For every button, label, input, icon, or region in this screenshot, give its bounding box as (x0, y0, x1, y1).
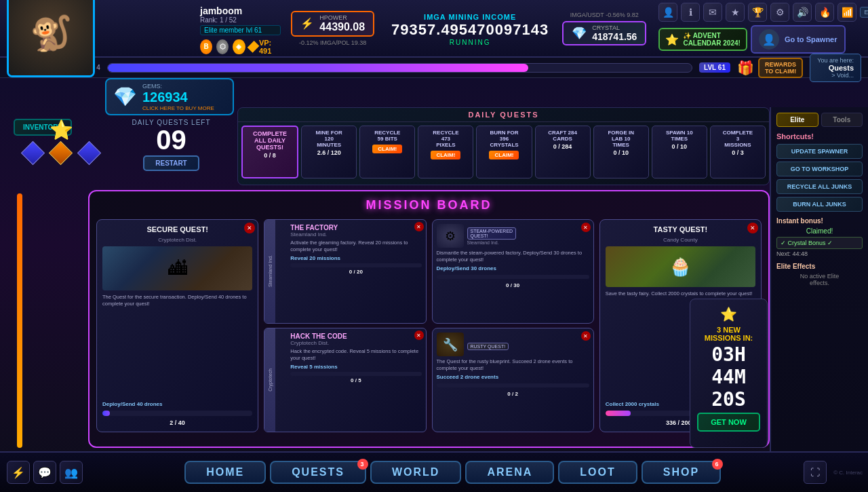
tasty-progress-fill (606, 411, 631, 416)
quest-card-craft[interactable]: CRAFT 284CARDS 0 / 284 (535, 126, 591, 178)
go-to-workshop-button[interactable]: GO TO WORKSHOP (776, 162, 863, 176)
gem-icon: 💎 (113, 86, 137, 108)
hack-title: HACK THE CODE (290, 333, 421, 340)
quest-card-spawn[interactable]: SPAWN 10TIMES 0 / 10 (652, 126, 707, 178)
recycle-all-junks-button[interactable]: RECYCLE ALL JUNKS (776, 179, 863, 194)
top-icon-row: 👤 ℹ ✉ ★ 🏆 ⚙ 🔊 🔥 📶 EN (658, 3, 868, 22)
recycle-pixels-claim-button[interactable]: CLAIM! (431, 151, 460, 159)
rusty-close[interactable]: ✕ (581, 331, 591, 341)
mining-value: 79357.495470097143 (391, 21, 549, 39)
hack-progress-bar (290, 372, 421, 376)
tasty-image: 🧁 (606, 246, 755, 287)
quest-cards-container: COMPLETEALL DAILYQUESTS! 0 / 8 MINE FOR1… (238, 122, 769, 182)
factory-desc: Activate the gleaming factory. Reveal 20… (290, 240, 421, 253)
recycle-bits-claim-button[interactable]: CLAIM! (372, 145, 402, 153)
quests-nav-button[interactable]: QUESTS 3 (270, 461, 366, 484)
hpower-label: HPOWER (319, 14, 365, 21)
avatar-area: 🐒 (0, 0, 105, 57)
hpower-box: ⚡ HPOWER 44390.08 (291, 11, 374, 37)
rusty-progress-bar (437, 383, 589, 387)
quest-card-complete-all[interactable]: COMPLETEALL DAILYQUESTS! 0 / 8 (241, 126, 298, 178)
gems-info: GEMS: 126934 CLICK HERE TO BUY MORE (142, 83, 214, 111)
tab-tools[interactable]: Tools (821, 113, 863, 127)
get-now-button[interactable]: GET NOW (697, 413, 760, 432)
gems-value: 126934 (142, 90, 214, 105)
settings-icon[interactable]: ⚙ (770, 3, 789, 22)
info-icon[interactable]: ℹ (681, 3, 700, 22)
player-name: jamboom (200, 5, 281, 16)
language-selector[interactable]: EN (860, 7, 868, 18)
tasty-close[interactable]: ✕ (747, 223, 758, 233)
hack-faction-strip: Cryptotech (264, 328, 275, 432)
lightning-bottom-icon[interactable]: ⚡ (7, 461, 30, 484)
people-icon[interactable]: 👥 (60, 461, 83, 484)
arena-nav-button[interactable]: ARENA (465, 461, 554, 484)
steam-close[interactable]: ✕ (581, 223, 591, 232)
quest-card-mine[interactable]: MINE FOR120MINUTES 2.6 / 120 (301, 126, 357, 178)
quest-card-recycle-bits[interactable]: RECYCLE59 BITS CLAIM! (359, 126, 415, 178)
hpower-value: 44390.08 (319, 21, 365, 33)
quest-recycle-pixels-title: RECYCLE473PIXELS (433, 130, 458, 148)
player-member: Elite member lvl 61 (200, 25, 281, 35)
vp-value: VP: 491 (259, 39, 281, 55)
secure-quest-card: ✕ SECURE QUEST! Cryptotech Dist. 🏙 The Q… (96, 219, 258, 432)
mining-section: IMGA MINING INCOME 79357.495470097143 RU… (391, 13, 549, 46)
advent-calendar-button[interactable]: ⭐ ✨ ADVENTCALENDAR 2024! (658, 28, 747, 51)
home-nav-button[interactable]: HOME (184, 461, 266, 484)
secure-quest-close[interactable]: ✕ (244, 223, 255, 233)
spawner-label: Go to Spawner (785, 35, 837, 43)
loot-nav-button[interactable]: LOOT (558, 461, 637, 484)
burn-claim-button[interactable]: CLAIM! (489, 151, 519, 159)
world-nav-button[interactable]: WORLD (370, 461, 461, 484)
daily-quests-panel: DAILY QUESTS COMPLETEALL DAILYQUESTS! 0 … (237, 107, 770, 185)
gems-buy-button[interactable]: CLICK HERE TO BUY MORE (142, 105, 214, 111)
instant-bonus-label: Instant bonus! (776, 217, 863, 225)
quest-card-burn[interactable]: BURN FOR396CRYSTALS CLAIM! (476, 126, 532, 178)
signal-icon[interactable]: 📶 (837, 3, 856, 22)
bottom-left-icons: ⚡ 💬 👥 (0, 461, 102, 484)
star-calendar-icon: ⭐ (665, 33, 679, 46)
factory-close[interactable]: ✕ (414, 222, 424, 231)
diamond-icon-1 (21, 141, 45, 165)
factory-progress-nums: 0 / 20 (290, 269, 421, 275)
timer-star-icon: ⭐ (720, 306, 737, 322)
burn-all-junks-button[interactable]: BURN ALL JUNKS (776, 197, 863, 212)
hack-close[interactable]: ✕ (414, 330, 424, 340)
star-icon[interactable]: ★ (726, 3, 745, 22)
go-to-spawner-button[interactable]: 👤 Go to Spawner (751, 25, 846, 54)
quest-forge-progress: 0 / 10 (613, 149, 629, 156)
quest-card-recycle-pixels[interactable]: RECYCLE473PIXELS CLAIM! (418, 126, 473, 178)
chat-icon[interactable]: 💬 (33, 461, 56, 484)
steam-header: ⚙ STEAM-POWEREDQUEST! Steamland Ind. (437, 224, 589, 248)
bonus-claimed: Claimed! (776, 227, 863, 235)
steam-info: STEAM-POWEREDQUEST! Steamland Ind. (467, 227, 517, 245)
hack-strip-label: Cryptotech (268, 368, 273, 392)
rewards-button[interactable]: REWARDSTO CLAIM! (758, 58, 803, 78)
gems-section: 💎 GEMS: 126934 CLICK HERE TO BUY MORE (105, 78, 234, 115)
person-icon[interactable]: 👤 (658, 3, 677, 22)
rusty-action: Succeed 2 drone events (437, 374, 589, 380)
quest-card-forge[interactable]: FORGE INLAB 10TIMES 0 / 10 (593, 126, 649, 178)
top-bar: 🐒 jamboom Rank: 1 / 52 Elite member lvl … (0, 0, 868, 58)
left-decorations: ⭐ (20, 119, 102, 162)
rank-star-icon: ⭐ (50, 119, 73, 141)
mail-icon[interactable]: ✉ (703, 3, 722, 22)
factory-action: Reveal 20 missions (290, 255, 421, 261)
timer-new-label: 3 NEWMISSIONS IN: (705, 326, 753, 342)
nav-buttons: HOME QUESTS 3 WORLD ARENA LOOT SHOP 6 (102, 461, 804, 484)
fire-icon[interactable]: 🔥 (815, 3, 834, 22)
update-spawner-button[interactable]: UPDATE SPAWNER (776, 144, 863, 159)
steam-desc: Dismantle the steam-powered factory. Dep… (437, 250, 589, 263)
shop-nav-button[interactable]: SHOP 6 (642, 461, 721, 484)
tab-elite[interactable]: Elite (776, 113, 818, 127)
restart-button[interactable]: RESTART (143, 155, 199, 171)
sound-icon[interactable]: 🔊 (793, 3, 812, 22)
hack-action: Reveal 5 missions (290, 364, 421, 370)
trophy-icon[interactable]: 🏆 (748, 3, 767, 22)
elite-effects-label: Elite Effects (776, 263, 863, 270)
fullscreen-button[interactable]: ⛶ (804, 461, 827, 484)
crystal-bonus-item: ✓ Crystal Bonus ✓ (776, 237, 863, 249)
quest-card-missions[interactable]: COMPLETE3MISSIONS 0 / 3 (710, 126, 766, 178)
col3-missions: ✕ ⚙ STEAM-POWEREDQUEST! Steamland Ind. D… (432, 219, 594, 432)
mission-board-title: MISSION BOARD (96, 198, 762, 212)
